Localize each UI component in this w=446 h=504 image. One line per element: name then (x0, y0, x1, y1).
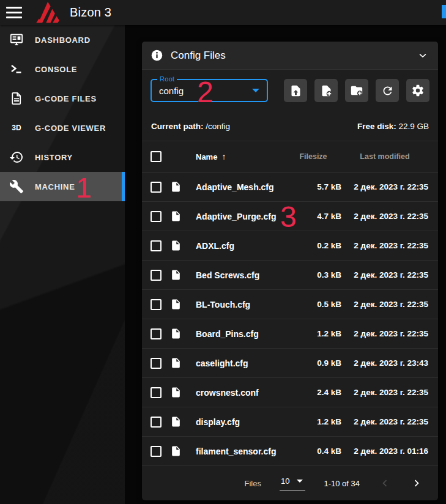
root-select-label: Root (157, 75, 177, 83)
table-row[interactable]: Bed Screws.cfg 0.3 kB 2 дек. 2023 г. 22:… (142, 261, 438, 290)
upload-file-button[interactable] (284, 79, 307, 102)
name-header-label: Name (196, 152, 217, 161)
current-path-value: /config (204, 122, 231, 131)
row-checkbox[interactable] (151, 270, 162, 281)
row-checkbox[interactable] (151, 387, 162, 398)
chevron-down-icon (297, 480, 303, 483)
wrench-icon (9, 179, 24, 194)
file-size: 0.4 kB (285, 447, 341, 456)
chevron-left-icon (378, 476, 392, 490)
table-row[interactable]: BL-Touch.cfg 0.5 kB 2 дек. 2023 г. 22:35 (142, 290, 438, 319)
row-checkbox[interactable] (151, 417, 162, 428)
table-row[interactable]: Adaptive_Mesh.cfg 5.7 kB 2 дек. 2023 г. … (142, 172, 438, 202)
next-page-button[interactable] (410, 476, 423, 490)
file-size: 5.7 kB (285, 182, 341, 191)
sidebar-item-label: DASHBOARD (35, 35, 91, 45)
file-icon (170, 328, 182, 339)
file-modified: 2 дек. 2023 г. 22:35 (341, 388, 438, 397)
sidebar-item-gcode-viewer[interactable]: 3D G-CODE VIEWER (0, 113, 125, 143)
file-icon (170, 357, 182, 369)
sidebar-item-label: HISTORY (35, 153, 73, 162)
file-icon (170, 240, 182, 251)
config-files-panel: Config Files Root config (142, 42, 438, 500)
row-checkbox[interactable] (151, 211, 162, 222)
files-per-page-select[interactable]: 10 (280, 476, 305, 491)
row-checkbox[interactable] (151, 182, 162, 193)
table-row[interactable]: display.cfg 1.2 kB 2 дек. 2023 г. 22:35 (142, 407, 438, 437)
column-header-name[interactable]: Name ↑ (196, 152, 285, 161)
sidebar-item-label: MACHINE (35, 182, 75, 191)
topbar: Bizon 3 (0, 0, 446, 25)
file-icon (170, 298, 182, 310)
file-modified: 2 дек. 2023 г. 22:35 (341, 417, 438, 426)
panel-header: Config Files (142, 42, 438, 70)
table-row[interactable]: crowsnest.conf 2.4 kB 2 дек. 2023 г. 22:… (142, 378, 438, 407)
menu-icon[interactable] (0, 0, 28, 25)
3d-icon: 3D (9, 124, 24, 132)
current-path: Current path: /config (151, 122, 230, 131)
sidebar-item-dashboard[interactable]: DASHBOARD (0, 25, 125, 54)
sidebar-item-machine[interactable]: MACHINE (0, 172, 125, 201)
file-size: 0.9 kB (285, 358, 341, 368)
sidebar-item-label: CONSOLE (35, 65, 77, 74)
file-name: caselight.cfg (196, 358, 285, 368)
table-row[interactable]: Board_Pins.cfg 1.2 kB 2 дек. 2023 г. 22:… (142, 319, 438, 349)
file-size: 4.7 kB (285, 212, 341, 221)
free-disk-value: 22.9 GB (396, 122, 429, 131)
file-modified: 2 дек. 2023 г. 22:35 (341, 329, 438, 338)
table-row[interactable]: Adaptive_Purge.cfg 4.7 kB 2 дек. 2023 г.… (142, 202, 438, 231)
row-checkbox[interactable] (151, 358, 162, 369)
panel-title: Config Files (171, 50, 416, 62)
sidebar-item-console[interactable]: CONSOLE (0, 54, 125, 84)
files-label: Files (245, 479, 261, 488)
sidebar-item-label: G-CODE FILES (35, 94, 97, 103)
file-document-icon (9, 91, 24, 106)
path-row: Current path: /config Free disk: 22.9 GB (142, 111, 438, 141)
select-all-checkbox[interactable] (151, 151, 162, 162)
file-modified: 2 дек. 2023 г. 22:35 (341, 300, 438, 309)
collapse-panel-button[interactable] (416, 49, 429, 62)
create-folder-button[interactable] (345, 79, 368, 102)
sort-ascending-icon: ↑ (221, 152, 226, 161)
row-checkbox[interactable] (151, 328, 162, 339)
scrollbar-thumb[interactable] (442, 5, 446, 18)
table-row[interactable]: ADXL.cfg 0.2 kB 2 дек. 2023 г. 22:35 (142, 231, 438, 261)
free-disk-label: Free disk: (357, 122, 396, 131)
column-header-modified[interactable]: Last modified (341, 152, 438, 161)
file-name: Board_Pins.cfg (196, 329, 285, 339)
sidebar-item-gcode-files[interactable]: G-CODE FILES (0, 84, 125, 113)
chevron-down-icon (252, 89, 259, 92)
file-icon (170, 445, 182, 457)
table-row[interactable]: caselight.cfg 0.9 kB 2 дек. 2023 г. 23:4… (142, 349, 438, 378)
free-disk: Free disk: 22.9 GB (357, 122, 429, 131)
table-row[interactable]: filament_sensor.cfg 0.4 kB 2 дек. 2023 г… (142, 437, 438, 466)
file-icon (170, 269, 182, 281)
refresh-icon (381, 84, 394, 97)
row-checkbox[interactable] (151, 240, 162, 251)
file-name: ADXL.cfg (196, 241, 285, 251)
previous-page-button[interactable] (378, 476, 392, 490)
file-size: 1.2 kB (285, 329, 341, 338)
file-size: 1.2 kB (285, 417, 341, 426)
refresh-button[interactable] (376, 79, 399, 102)
file-name: filament_sensor.cfg (196, 447, 285, 456)
root-select[interactable]: Root config (151, 79, 268, 102)
row-checkbox[interactable] (151, 299, 162, 310)
app-title: Bizon 3 (70, 6, 111, 20)
sidebar-item-label: G-CODE VIEWER (35, 124, 106, 133)
file-icon (170, 416, 182, 428)
file-name: display.cfg (196, 417, 285, 427)
file-table-body: Adaptive_Mesh.cfg 5.7 kB 2 дек. 2023 г. … (142, 172, 438, 466)
table-footer: Files 10 1-10 of 34 (142, 466, 438, 500)
settings-button[interactable] (406, 79, 429, 102)
create-file-button[interactable] (314, 79, 338, 102)
history-icon (9, 150, 24, 165)
bizon-logo-icon (35, 2, 61, 24)
file-icon (170, 181, 182, 193)
row-checkbox[interactable] (151, 446, 162, 457)
per-page-value: 10 (281, 476, 289, 486)
sidebar-item-history[interactable]: HISTORY (0, 143, 125, 172)
root-select-value: config (159, 86, 184, 96)
info-icon (151, 49, 163, 62)
column-header-filesize[interactable]: Filesize (285, 152, 341, 161)
